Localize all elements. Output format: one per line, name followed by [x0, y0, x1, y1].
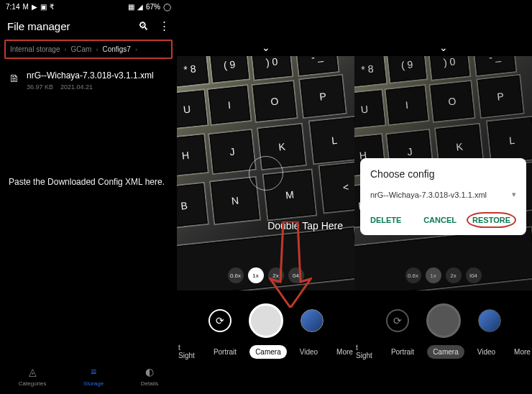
- zoom-row: 0.6x 1x 2x 04: [228, 267, 304, 283]
- mode-video[interactable]: Video: [294, 345, 324, 359]
- restore-button[interactable]: RESTORE: [467, 212, 516, 228]
- network-icon: ▦: [128, 3, 134, 11]
- signal-icon: ◢: [137, 3, 143, 11]
- mode-sight[interactable]: t Sight: [354, 341, 378, 362]
- chevron-right-icon: ›: [65, 46, 67, 53]
- refresh-icon: ◯: [163, 3, 171, 11]
- file-row[interactable]: 🗎 nrG--Wichaya-7.3.018-v3.1.1.xml 36.97 …: [0, 59, 177, 93]
- camera-panel-dialog: ⌄ * 8 ( 9 ) 0 - _ U I O P H J K L B N M …: [354, 0, 532, 394]
- viewfinder[interactable]: * 8 ( 9 ) 0 - _ U I O P H J K L B N M < …: [177, 56, 354, 290]
- mode-row: t Sight Portrait Camera Video More: [177, 341, 354, 362]
- zoom-chip[interactable]: 0.6x: [405, 267, 421, 283]
- camera-panel-primary: ⌄ * 8 ( 9 ) 0 - _ U I O P H J K L B N M …: [177, 0, 354, 394]
- zoom-chip[interactable]: 1x: [426, 267, 441, 283]
- chevron-right-icon: ›: [96, 46, 98, 53]
- shutter-button[interactable]: [426, 303, 461, 338]
- nav-storage[interactable]: ≡ Storage: [83, 366, 104, 387]
- breadcrumb-item[interactable]: Internal storage: [10, 45, 60, 53]
- page-title: File manager: [7, 20, 70, 32]
- file-icon: 🗎: [9, 72, 19, 84]
- delete-button[interactable]: DELETE: [370, 216, 401, 224]
- breadcrumb-item[interactable]: GCam: [71, 45, 92, 53]
- mode-row: t Sight Portrait Camera Video More: [354, 341, 532, 362]
- gallery-thumb[interactable]: [478, 309, 501, 332]
- youtube-icon: ▶: [32, 3, 37, 11]
- gmail-icon: M: [22, 3, 28, 11]
- choose-config-dialog: Choose config nrG--Wichaya-7.3.018-v3.1.…: [360, 158, 526, 235]
- mode-sight[interactable]: t Sight: [177, 341, 201, 362]
- status-time: 7:14: [6, 3, 19, 11]
- status-bar: 7:14 M ▶ ▣ ₹ ▦ ◢ 67% ◯: [0, 0, 177, 14]
- zoom-chip[interactable]: 2x: [446, 267, 462, 283]
- categories-icon: ◬: [29, 366, 37, 377]
- battery-percent: 67%: [146, 3, 160, 11]
- chevron-down-icon[interactable]: ⌄: [262, 42, 270, 53]
- breadcrumb[interactable]: Internal storage › GCam › Configs7 ›: [4, 40, 173, 59]
- breadcrumb-item[interactable]: Configs7: [102, 45, 130, 53]
- mode-video[interactable]: Video: [472, 345, 501, 359]
- shutter-button[interactable]: [249, 303, 283, 338]
- chevron-right-icon: ›: [135, 46, 137, 53]
- zoom-chip[interactable]: 1x: [248, 267, 264, 283]
- search-icon[interactable]: 🔍︎: [138, 20, 149, 32]
- focus-ring: [249, 156, 283, 191]
- mode-more[interactable]: More: [508, 345, 532, 359]
- dropdown-icon: ▾: [512, 190, 516, 199]
- zoom-row: 0.6x 1x 2x I04: [405, 267, 482, 283]
- zoom-chip[interactable]: 2x: [268, 267, 284, 283]
- file-meta: 36.97 KB 2021.04.21: [27, 83, 154, 91]
- more-icon[interactable]: ⋮: [159, 19, 170, 32]
- switch-camera-button[interactable]: ⟳: [386, 309, 409, 332]
- camera-controls: ⟳: [208, 303, 324, 338]
- cancel-button[interactable]: CANCEL: [423, 216, 457, 224]
- switch-camera-icon: ⟳: [216, 315, 224, 326]
- file-name: nrG--Wichaya-7.3.018-v3.1.1.xml: [27, 70, 154, 81]
- details-icon: ◐: [145, 366, 154, 377]
- camera-controls: ⟳: [386, 303, 501, 338]
- bottom-nav: ◬ Categories ≡ Storage ◐ Details: [0, 360, 177, 394]
- config-select[interactable]: nrG--Wichaya-7.3.018-v3.1.1.xml ▾: [370, 190, 516, 199]
- chevron-down-icon[interactable]: ⌄: [439, 42, 448, 53]
- zoom-chip[interactable]: I04: [466, 267, 482, 283]
- nav-details[interactable]: ◐ Details: [141, 366, 158, 387]
- mode-camera[interactable]: Camera: [427, 345, 464, 359]
- storage-icon: ≡: [91, 366, 96, 377]
- file-manager-panel: 7:14 M ▶ ▣ ₹ ▦ ◢ 67% ◯ File manager 🔍︎ ⋮…: [0, 0, 177, 394]
- switch-camera-button[interactable]: ⟳: [208, 309, 231, 332]
- mode-portrait[interactable]: Portrait: [385, 345, 420, 359]
- zoom-chip[interactable]: 04: [288, 267, 304, 283]
- gallery-thumb[interactable]: [301, 309, 324, 332]
- zoom-chip[interactable]: 0.6x: [228, 267, 244, 283]
- config-selected-value: nrG--Wichaya-7.3.018-v3.1.1.xml: [370, 191, 487, 199]
- mode-portrait[interactable]: Portrait: [208, 345, 242, 359]
- instruction-text: Paste the Downloaded Config XML here.: [0, 177, 177, 187]
- drive-icon: ▣: [40, 3, 47, 11]
- rupee-icon: ₹: [50, 3, 54, 11]
- mode-more[interactable]: More: [331, 345, 354, 359]
- dialog-title: Choose config: [370, 168, 516, 180]
- switch-camera-icon: ⟳: [393, 315, 402, 326]
- nav-categories[interactable]: ◬ Categories: [19, 366, 47, 387]
- mode-camera[interactable]: Camera: [249, 345, 287, 359]
- overlay-text: Double Tap Here: [267, 220, 343, 232]
